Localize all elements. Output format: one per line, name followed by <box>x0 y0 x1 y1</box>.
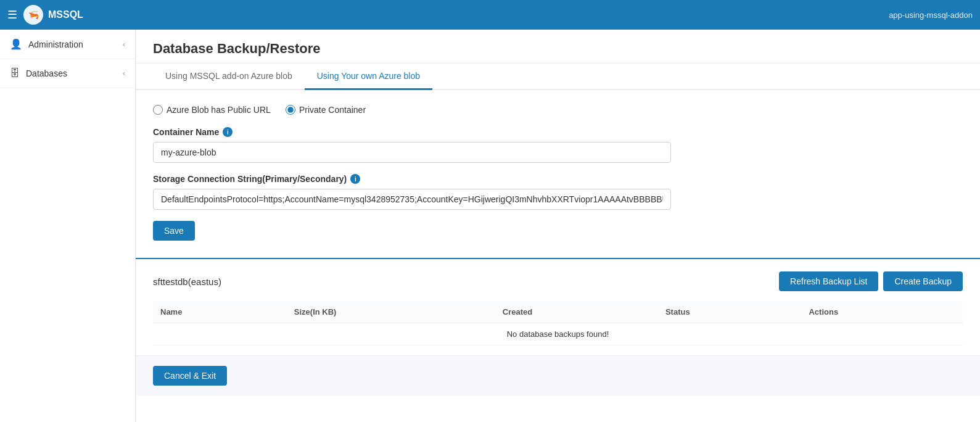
section-divider <box>136 258 980 259</box>
storage-connection-input[interactable] <box>153 189 671 210</box>
empty-message: No database backups found! <box>153 323 963 345</box>
sidebar-item-left-db: 🗄 Databases <box>10 68 67 79</box>
container-name-label: Container Name i <box>153 127 963 137</box>
col-actions: Actions <box>801 301 963 323</box>
sidebar: 👤 Administration ‹ 🗄 Databases ‹ <box>0 30 136 422</box>
cancel-exit-button[interactable]: Cancel & Exit <box>153 366 227 386</box>
save-button[interactable]: Save <box>153 221 195 241</box>
form-section: Azure Blob has Public URL Private Contai… <box>136 90 980 255</box>
logo-icon: 🦐 <box>23 5 43 25</box>
app-title: MSSQL <box>48 9 83 20</box>
backup-db-name: sfttestdb(eastus) <box>153 276 221 287</box>
sidebar-label-databases: Databases <box>26 68 67 78</box>
footer-actions: Cancel & Exit <box>136 355 980 395</box>
table-body: No database backups found! <box>153 323 963 345</box>
sidebar-item-administration[interactable]: 👤 Administration ‹ <box>0 30 135 59</box>
storage-connection-label: Storage Connection String(Primary/Second… <box>153 174 963 184</box>
radio-label-private: Private Container <box>299 105 366 115</box>
table-header-row: Name Size(In KB) Created Status Actions <box>153 301 963 323</box>
radio-group: Azure Blob has Public URL Private Contai… <box>153 105 963 115</box>
col-created: Created <box>495 301 658 323</box>
backup-table: Name Size(In KB) Created Status Actions … <box>153 301 963 345</box>
container-name-info-icon[interactable]: i <box>223 127 233 137</box>
radio-input-private[interactable] <box>286 105 295 115</box>
hamburger-icon[interactable]: ☰ <box>7 8 17 22</box>
app-name-right: app-using-mssql-addon <box>889 10 973 20</box>
sidebar-label-administration: Administration <box>28 39 83 49</box>
backup-actions: Refresh Backup List Create Backup <box>779 271 963 291</box>
radio-public-url[interactable]: Azure Blob has Public URL <box>153 105 271 115</box>
page-title-bar: Database Backup/Restore <box>136 30 980 64</box>
tab-mssql-blob[interactable]: Using MSSQL add-on Azure blob <box>153 64 305 90</box>
storage-connection-info-icon[interactable]: i <box>350 174 360 184</box>
content-panel: Database Backup/Restore Using MSSQL add-… <box>136 30 980 422</box>
main-layout: 👤 Administration ‹ 🗄 Databases ‹ Databas… <box>0 30 980 422</box>
tab-own-blob[interactable]: Using Your own Azure blob <box>305 64 432 90</box>
container-name-group: Container Name i <box>153 127 963 163</box>
backup-section: sfttestdb(eastus) Refresh Backup List Cr… <box>136 262 980 355</box>
col-size: Size(In KB) <box>287 301 495 323</box>
administration-icon: 👤 <box>10 38 22 50</box>
radio-input-public[interactable] <box>153 105 163 115</box>
storage-connection-group: Storage Connection String(Primary/Second… <box>153 174 963 210</box>
content-area: Database Backup/Restore Using MSSQL add-… <box>136 30 980 422</box>
logo-area: 🦐 MSSQL <box>23 5 83 25</box>
databases-icon: 🗄 <box>10 68 20 79</box>
top-nav-left: ☰ 🦐 MSSQL <box>7 5 83 25</box>
col-name: Name <box>153 301 287 323</box>
page-title: Database Backup/Restore <box>153 41 963 57</box>
col-status: Status <box>658 301 802 323</box>
backup-header: sfttestdb(eastus) Refresh Backup List Cr… <box>153 271 963 291</box>
sidebar-item-left: 👤 Administration <box>10 38 83 50</box>
tabs-bar: Using MSSQL add-on Azure blob Using Your… <box>136 64 980 90</box>
administration-chevron-icon: ‹ <box>123 40 125 49</box>
empty-row: No database backups found! <box>153 323 963 345</box>
databases-chevron-icon: ‹ <box>123 69 125 78</box>
refresh-backup-button[interactable]: Refresh Backup List <box>779 271 878 291</box>
top-nav: ☰ 🦐 MSSQL app-using-mssql-addon <box>0 0 980 30</box>
table-header: Name Size(In KB) Created Status Actions <box>153 301 963 323</box>
create-backup-button[interactable]: Create Backup <box>883 271 963 291</box>
container-name-input[interactable] <box>153 142 671 163</box>
radio-private-container[interactable]: Private Container <box>286 105 366 115</box>
radio-label-public: Azure Blob has Public URL <box>167 105 271 115</box>
sidebar-item-databases[interactable]: 🗄 Databases ‹ <box>0 59 135 88</box>
